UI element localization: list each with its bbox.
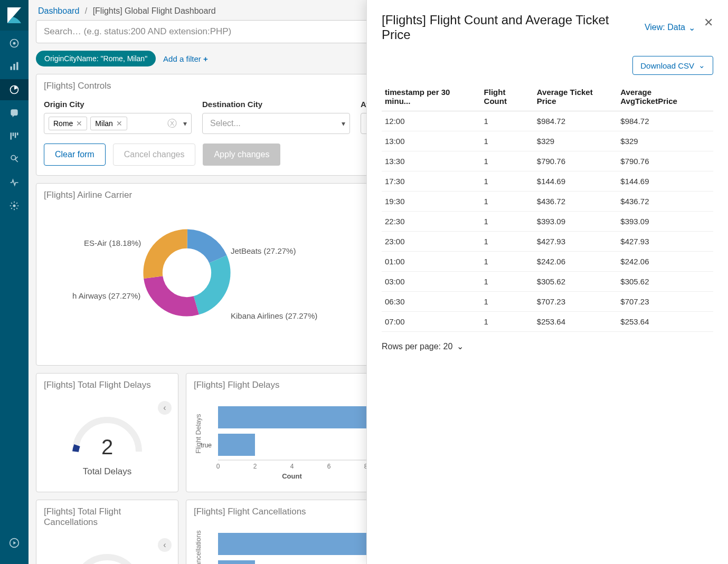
svg-point-10 (13, 205, 16, 207)
gauge-chart (68, 549, 147, 565)
close-icon[interactable]: ✕ (76, 119, 82, 128)
table-cell: $984.72 (617, 111, 713, 131)
svg-rect-29 (218, 434, 255, 456)
table-cell: $790.76 (534, 151, 618, 171)
table-cell: 1 (481, 232, 534, 252)
add-filter-button[interactable]: Add a filter + (163, 54, 208, 63)
table-header[interactable]: timestamp per 30 minu... (382, 82, 481, 111)
table-cell: 1 (481, 312, 534, 332)
table-cell: $253.64 (534, 312, 618, 332)
close-icon[interactable]: ✕ (116, 119, 122, 128)
cancel-changes-button[interactable]: Cancel changes (113, 144, 196, 166)
svg-rect-9 (17, 132, 18, 135)
download-csv-button[interactable]: Download CSV⌄ (632, 56, 713, 75)
table-header[interactable]: Flight Count (481, 82, 534, 111)
table-row: 17:301$144.69$144.69 (382, 171, 713, 192)
table-cell: $707.23 (534, 292, 618, 312)
chevron-left-icon[interactable]: ‹ (158, 538, 172, 552)
clear-form-button[interactable]: Clear form (44, 144, 106, 166)
table-cell: $427.93 (534, 232, 618, 252)
table-cell: 1 (481, 212, 534, 232)
bar-chart: true 0 2 4 6 8 Count (186, 523, 387, 564)
table-row: 22:301$393.09$393.09 (382, 212, 713, 232)
canvas-icon[interactable] (0, 102, 29, 123)
chevron-down-icon[interactable]: ▾ (183, 119, 187, 128)
chevron-down-icon: ⌄ (457, 341, 464, 351)
svg-rect-7 (13, 132, 14, 136)
table-row: 19:301$436.72$436.72 (382, 192, 713, 212)
breadcrumb-root[interactable]: Dashboard (38, 6, 79, 15)
table-cell: 13:00 (382, 131, 481, 151)
tag-rome[interactable]: Rome✕ (49, 117, 87, 130)
table-header[interactable]: Average Ticket Price (534, 82, 618, 111)
table-cell: 01:00 (382, 252, 481, 272)
kibana-logo[interactable] (0, 0, 29, 31)
table-cell: $329 (534, 131, 618, 151)
filter-pill[interactable]: OriginCityName: "Rome, Milan" (36, 51, 156, 66)
donut-label-es: ES-Air (18.18%) (84, 238, 141, 247)
close-icon[interactable]: ✕ (704, 17, 713, 28)
table-cell: $436.72 (617, 192, 713, 212)
gauge-value: 2 (101, 435, 113, 459)
dashboard-icon[interactable] (0, 79, 29, 100)
breadcrumb-current: [Flights] Global Flight Dashboard (93, 6, 216, 15)
panel-title: [Flights] Total Flight Cancellations (36, 500, 178, 534)
table-cell: $329 (617, 131, 713, 151)
svg-text:4: 4 (290, 463, 294, 470)
collapse-icon[interactable] (0, 532, 29, 553)
tag-milan[interactable]: Milan✕ (90, 117, 127, 130)
apply-changes-button[interactable]: Apply changes (203, 144, 280, 166)
visualize-icon[interactable] (0, 56, 29, 77)
donut-label-jet: JetBeats (27.27%) (231, 246, 296, 255)
rows-per-page[interactable]: Rows per page: 20⌄ (382, 341, 713, 351)
svg-text:2: 2 (253, 463, 257, 470)
flyout-title: [Flights] Flight Count and Average Ticke… (382, 13, 636, 42)
table-cell: $984.72 (534, 111, 618, 131)
svg-text:6: 6 (327, 463, 331, 470)
chevron-down-icon: ⌄ (698, 61, 705, 70)
data-table: timestamp per 30 minu...Flight CountAver… (382, 82, 713, 332)
table-cell: $707.23 (617, 292, 713, 312)
origin-city-combobox[interactable]: Rome✕ Milan✕ ⓧ ▾ (44, 113, 192, 134)
table-row: 06:301$707.23$707.23 (382, 292, 713, 312)
discover-icon[interactable] (0, 33, 29, 54)
timelion-icon[interactable] (0, 126, 29, 147)
svg-rect-2 (11, 66, 12, 70)
chevron-down-icon[interactable]: ▾ (342, 119, 345, 128)
svg-text:0: 0 (216, 463, 220, 470)
chevron-left-icon[interactable]: ‹ (158, 401, 172, 415)
table-row: 01:001$242.06$242.06 (382, 252, 713, 272)
table-cell: 22:30 (382, 212, 481, 232)
table-header[interactable]: Average AvgTicketPrice (617, 82, 713, 111)
panel-title: [Flights] Total Flight Delays (36, 374, 178, 397)
table-cell: 1 (481, 192, 534, 212)
devtools-icon[interactable] (0, 149, 29, 170)
monitoring-icon[interactable] (0, 172, 29, 193)
donut-chart (142, 228, 232, 318)
table-cell: 17:30 (382, 171, 481, 192)
table-row: 07:001$253.64$253.64 (382, 312, 713, 332)
table-cell: $242.06 (617, 252, 713, 272)
table-cell: $436.72 (534, 192, 618, 212)
svg-rect-4 (16, 62, 18, 70)
y-axis-label: Flight Delays (194, 414, 202, 453)
svg-rect-28 (218, 406, 387, 428)
table-cell: 12:00 (382, 111, 481, 131)
destination-city-combobox[interactable]: Select... ▾ (202, 113, 350, 134)
table-row: 13:001$329$329 (382, 131, 713, 151)
gauge-label: Total Delays (83, 466, 132, 477)
view-data-toggle[interactable]: View: Data⌄ (645, 23, 695, 33)
table-cell: 1 (481, 111, 534, 131)
table-cell: $144.69 (534, 171, 618, 192)
table-row: 12:001$984.72$984.72 (382, 111, 713, 131)
table-cell: 1 (481, 252, 534, 272)
table-cell: 1 (481, 292, 534, 312)
table-cell: $427.93 (617, 232, 713, 252)
management-icon[interactable] (0, 195, 29, 216)
table-cell: $790.76 (617, 151, 713, 171)
table-cell: 1 (481, 171, 534, 192)
total-delays-panel: [Flights] Total Flight Delays ‹ 2 Total … (36, 373, 178, 492)
clear-icon[interactable]: ⓧ (167, 117, 177, 130)
table-cell: 07:00 (382, 312, 481, 332)
destination-city-label: Destination City (202, 100, 350, 109)
